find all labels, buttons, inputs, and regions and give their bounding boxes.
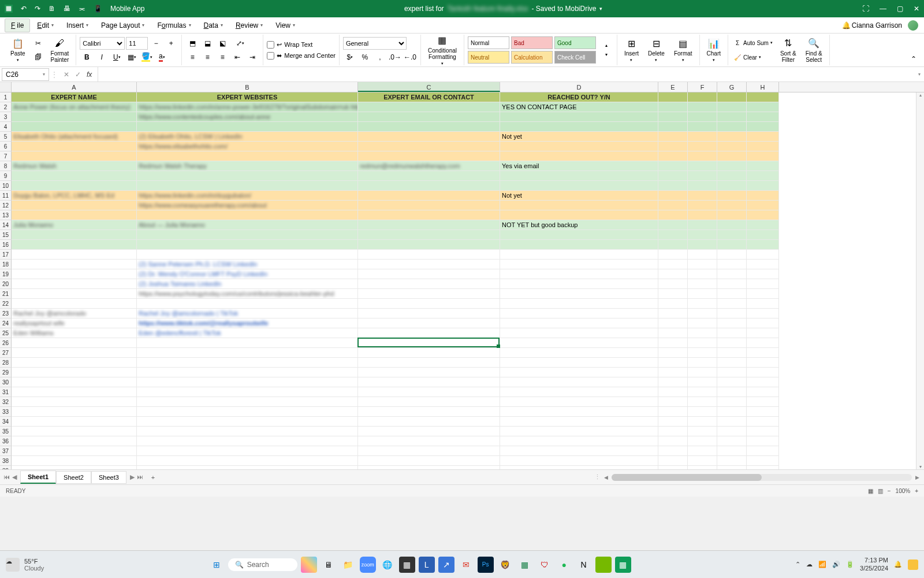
cell[interactable]	[137, 348, 358, 358]
row-header[interactable]: 9	[0, 171, 12, 181]
cell[interactable]	[717, 102, 747, 112]
cell[interactable]	[137, 240, 358, 250]
cell[interactable]: Not yet	[500, 132, 658, 142]
minimize-icon[interactable]: —	[880, 5, 886, 13]
cell[interactable]: (2) Elisabeth Ohito, LCSW | LinkedIn	[137, 132, 358, 142]
cell[interactable]	[500, 407, 658, 417]
start-button[interactable]: ⊞	[208, 557, 225, 573]
row-header[interactable]: 34	[0, 417, 12, 427]
cell[interactable]: Duygu Balon, LPCC, LMHC, MS Ed	[12, 191, 137, 201]
cell[interactable]	[747, 210, 779, 220]
cell[interactable]	[358, 309, 500, 318]
tb-photoshop[interactable]: Ps	[478, 557, 494, 573]
cell[interactable]	[137, 377, 358, 387]
zoom-level[interactable]: 100%	[896, 488, 911, 494]
cell[interactable]	[688, 161, 717, 171]
cell[interactable]	[137, 466, 358, 469]
cell[interactable]	[688, 466, 717, 469]
cell[interactable]	[717, 171, 747, 181]
menu-review[interactable]: Review▾	[230, 19, 269, 32]
cell[interactable]	[688, 407, 717, 417]
row-header[interactable]: 23	[0, 309, 12, 318]
format-painter-button[interactable]: 🖌Format Painter	[47, 36, 73, 64]
zoom-out-icon[interactable]: −	[888, 488, 891, 494]
cell[interactable]	[358, 466, 500, 469]
row-header[interactable]: 30	[0, 377, 12, 387]
cell[interactable]	[717, 466, 747, 469]
cell[interactable]	[500, 456, 658, 466]
row-header[interactable]: 5	[0, 132, 12, 142]
tb-notion[interactable]: N	[576, 557, 592, 573]
cell[interactable]: https://www.elisabethohito.com/	[137, 142, 358, 151]
cell[interactable]	[747, 191, 779, 201]
cell[interactable]	[747, 171, 779, 181]
cell[interactable]	[658, 269, 688, 279]
cell[interactable]	[717, 358, 747, 368]
cell[interactable]	[688, 417, 717, 427]
cell[interactable]	[137, 250, 358, 260]
cell[interactable]	[358, 436, 500, 446]
cell[interactable]	[717, 260, 747, 269]
cell[interactable]	[747, 358, 779, 368]
cell[interactable]	[500, 142, 658, 151]
cell[interactable]: Rachel Joy @amcolorado	[12, 309, 137, 318]
cell[interactable]	[747, 417, 779, 427]
cell[interactable]	[717, 92, 747, 102]
cell[interactable]	[747, 279, 779, 289]
row-header[interactable]: 8	[0, 161, 12, 171]
cell[interactable]	[747, 397, 779, 407]
cell[interactable]	[747, 377, 779, 387]
row-header[interactable]: 29	[0, 368, 12, 377]
cell[interactable]	[717, 299, 747, 309]
cell[interactable]: About — Julia Moraeno	[137, 220, 358, 230]
cell[interactable]	[137, 230, 358, 240]
cell[interactable]	[658, 318, 688, 328]
row-header[interactable]: 2	[0, 102, 12, 112]
cell[interactable]	[12, 171, 137, 181]
undo-icon[interactable]: ↶	[21, 5, 27, 13]
cell[interactable]	[358, 318, 500, 328]
sheet-nav-next-icon[interactable]: ▶	[130, 473, 135, 481]
cell[interactable]	[658, 466, 688, 469]
cell[interactable]	[688, 289, 717, 299]
cell[interactable]	[12, 279, 137, 289]
delete-button[interactable]: ⊟Delete▾	[644, 36, 668, 64]
decrease-decimal-icon[interactable]: ←.0	[403, 51, 417, 64]
cell[interactable]	[658, 112, 688, 122]
insert-button[interactable]: ⊞Insert▾	[621, 36, 642, 64]
cell[interactable]	[500, 260, 658, 269]
cell[interactable]	[358, 338, 500, 348]
chart-button[interactable]: 📊Chart▾	[703, 36, 724, 64]
cell[interactable]	[500, 446, 658, 456]
find-select-button[interactable]: 🔍Find & Select	[802, 36, 826, 64]
font-color-icon[interactable]: a▾	[155, 51, 169, 64]
cell[interactable]	[500, 348, 658, 358]
row-header[interactable]: 17	[0, 250, 12, 260]
cell[interactable]	[688, 279, 717, 289]
cell[interactable]	[658, 309, 688, 318]
cell[interactable]	[137, 368, 358, 377]
tb-excel[interactable]: ▦	[517, 557, 533, 573]
weather-widget[interactable]: ☁ 55°FCloudy	[6, 558, 44, 572]
cell[interactable]	[717, 328, 747, 338]
cell[interactable]	[658, 368, 688, 377]
col-header-D[interactable]: D	[500, 82, 658, 92]
tray-battery-icon[interactable]: 🔋	[846, 561, 854, 568]
cell[interactable]	[658, 407, 688, 417]
cell[interactable]	[688, 368, 717, 377]
cell[interactable]	[358, 191, 500, 201]
row-header[interactable]: 15	[0, 230, 12, 240]
cell[interactable]: Anne Power (focus on attachment theory)	[12, 102, 137, 112]
cell[interactable]	[12, 387, 137, 397]
cell[interactable]	[688, 240, 717, 250]
cell[interactable]	[500, 151, 658, 161]
cell[interactable]	[137, 210, 358, 220]
cell[interactable]	[747, 348, 779, 358]
cell[interactable]	[717, 210, 747, 220]
cell[interactable]	[688, 210, 717, 220]
row-header[interactable]: 7	[0, 151, 12, 161]
menu-data[interactable]: Data▾	[198, 19, 229, 32]
tb-app-8[interactable]: ✉	[458, 557, 474, 573]
percent-icon[interactable]: %	[358, 51, 372, 64]
cell[interactable]	[688, 142, 717, 151]
